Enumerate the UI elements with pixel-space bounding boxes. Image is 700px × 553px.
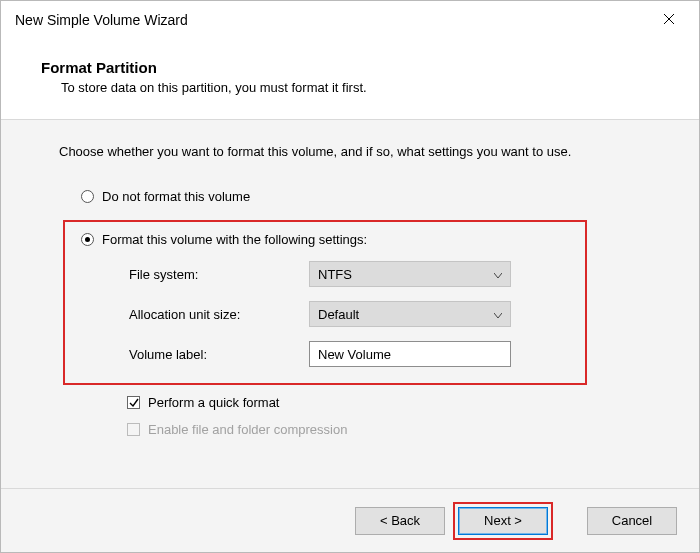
window-title: New Simple Volume Wizard xyxy=(15,12,649,28)
radio-label: Do not format this volume xyxy=(102,189,250,204)
radio-icon xyxy=(81,190,94,203)
radio-label: Format this volume with the following se… xyxy=(102,232,367,247)
close-button[interactable] xyxy=(649,5,689,35)
field-volume-label: Volume label: New Volume xyxy=(129,341,571,367)
wizard-window: New Simple Volume Wizard Format Partitio… xyxy=(0,0,700,553)
cancel-button[interactable]: Cancel xyxy=(587,507,677,535)
checkbox-compression: Enable file and folder compression xyxy=(59,422,641,437)
chevron-down-icon xyxy=(494,267,502,282)
radio-do-not-format[interactable]: Do not format this volume xyxy=(59,189,641,204)
wizard-footer: < Back Next > Cancel xyxy=(1,488,699,552)
checkbox-label: Enable file and folder compression xyxy=(148,422,347,437)
radio-format[interactable]: Format this volume with the following se… xyxy=(79,232,571,247)
next-button[interactable]: Next > xyxy=(458,507,548,535)
checkbox-label: Perform a quick format xyxy=(148,395,280,410)
field-allocation-unit: Allocation unit size: Default xyxy=(129,301,571,327)
checkbox-icon xyxy=(127,396,140,409)
allocation-unit-select[interactable]: Default xyxy=(309,301,511,327)
file-system-select[interactable]: NTFS xyxy=(309,261,511,287)
file-system-label: File system: xyxy=(129,267,309,282)
close-icon xyxy=(663,13,675,28)
back-button[interactable]: < Back xyxy=(355,507,445,535)
volume-label-input[interactable]: New Volume xyxy=(309,341,511,367)
button-label: < Back xyxy=(380,513,420,528)
allocation-unit-label: Allocation unit size: xyxy=(129,307,309,322)
format-settings: File system: NTFS Allocation unit size: … xyxy=(79,261,571,367)
wizard-body: Choose whether you want to format this v… xyxy=(1,119,699,488)
volume-label-label: Volume label: xyxy=(129,347,309,362)
chevron-down-icon xyxy=(494,307,502,322)
highlight-next-button: Next > xyxy=(453,502,553,540)
highlight-format-settings: Format this volume with the following se… xyxy=(63,220,587,385)
file-system-value: NTFS xyxy=(318,267,352,282)
allocation-unit-value: Default xyxy=(318,307,359,322)
page-subtitle: To store data on this partition, you mus… xyxy=(41,80,659,95)
titlebar: New Simple Volume Wizard xyxy=(1,1,699,39)
intro-text: Choose whether you want to format this v… xyxy=(59,144,641,159)
button-label: Cancel xyxy=(612,513,652,528)
wizard-header: Format Partition To store data on this p… xyxy=(1,39,699,119)
checkbox-icon xyxy=(127,423,140,436)
field-file-system: File system: NTFS xyxy=(129,261,571,287)
button-label: Next > xyxy=(484,513,522,528)
volume-label-value: New Volume xyxy=(318,347,391,362)
checkbox-quick-format[interactable]: Perform a quick format xyxy=(59,395,641,410)
page-title: Format Partition xyxy=(41,59,659,76)
radio-icon xyxy=(81,233,94,246)
